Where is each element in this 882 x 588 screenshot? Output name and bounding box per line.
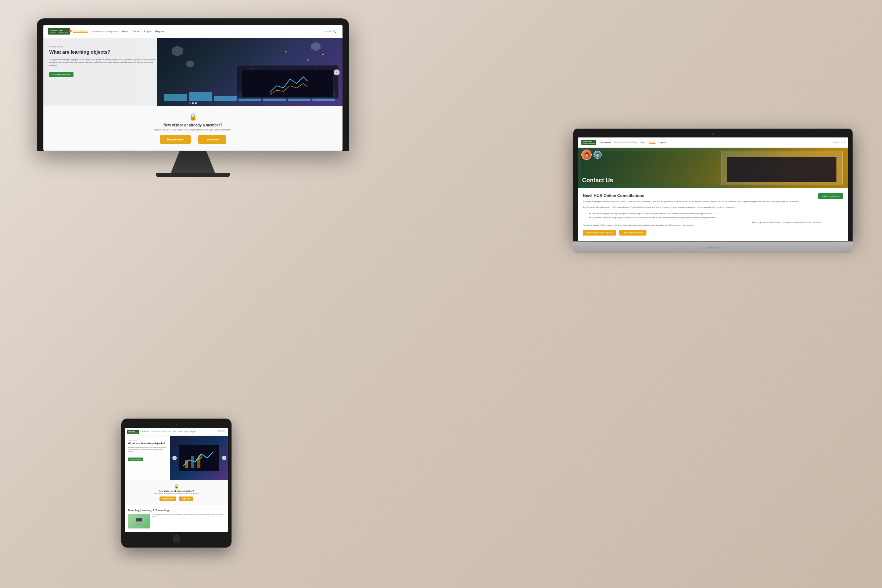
laptop-screen-in-hero	[242, 70, 333, 97]
desktop-hero: Feature Service What are learning object…	[44, 38, 342, 106]
register-here-btn[interactable]: Register here	[160, 135, 191, 144]
tablet-register-title: New visitor or already a member?	[129, 490, 224, 492]
login-here-btn[interactable]: Login here	[198, 135, 226, 144]
bar-2	[189, 92, 212, 101]
dot-1[interactable]	[189, 102, 191, 104]
desktop-logo: MANITOBA FLEXIBLE LEARNING HUB 🍁	[48, 28, 70, 34]
tablet-nav-resources[interactable]: Resources For Teaching Online	[151, 431, 171, 432]
service-buttons: Instructional Design Services Digital Me…	[583, 230, 748, 236]
desktop-register-section: 🔒 New visitor or already a member? Regis…	[44, 106, 342, 151]
laptop-in-hero	[237, 65, 339, 99]
bullet-2: • Our Digital Media Specialists will gui…	[583, 216, 843, 219]
tablet-register-btn[interactable]: Register here	[159, 496, 176, 501]
content-main: New! HUB Online Consultations Thinking o…	[583, 193, 818, 206]
laptop-nav-logout[interactable]: Log Out	[658, 141, 666, 144]
svg-rect-0	[185, 460, 188, 468]
laptop-nav-contact[interactable]: Contact	[649, 141, 656, 144]
hero-title: What are learning objects?	[49, 49, 157, 56]
point-2	[307, 59, 309, 61]
laptop-screen: MANITOBA FLEXIBLE LEARNING HUB Consultat…	[578, 138, 848, 241]
hero-dots	[189, 102, 197, 104]
monitor-stand	[171, 151, 215, 173]
tablet-teaching-section: Teaching, Learning, & Technology 🖥️ The …	[125, 506, 228, 532]
laptop-device: MANITOBA FLEXIBLE LEARNING HUB Consultat…	[573, 129, 853, 253]
svg-rect-1	[191, 456, 194, 468]
laptop-nav-resources[interactable]: Resources For Teaching Online	[614, 141, 637, 143]
hero-btn[interactable]: See some examples	[49, 72, 74, 77]
content-bottom-row: Click on the following PDFs to view our …	[583, 221, 843, 236]
tablet-hero: Feature Service What are learning object…	[125, 436, 228, 480]
logo-leaf-icon: 🍁	[68, 29, 72, 33]
nav-contact[interactable]: Contact	[132, 30, 141, 33]
search-icon[interactable]: 🔍	[333, 30, 336, 33]
point-4	[322, 54, 324, 55]
tablet-key-icon: 🔑	[195, 454, 203, 462]
contact-hero-background: 👩 👨	[578, 148, 848, 188]
tablet-search-icon[interactable]: 🔍	[223, 431, 224, 432]
ready-text: Ready to get started? Book a one-hour, o…	[752, 221, 843, 224]
teaching-img-icon: 🖥️	[135, 517, 143, 525]
tablet-home-button[interactable]	[173, 535, 180, 542]
tablet-outer: MANITOBA FLEXIBLE LEARNING HUB Consultat…	[121, 418, 231, 548]
nav-about[interactable]: About	[121, 30, 128, 33]
tablet-nav-contact[interactable]: Contact	[178, 431, 183, 432]
desktop-search[interactable]: Search 🔍	[322, 28, 338, 34]
tablet-nav-links: Consultations Resources For Teaching Onl…	[140, 431, 217, 432]
hero-next-arrow[interactable]: ›	[334, 69, 340, 75]
monitor-base	[156, 173, 230, 177]
book-btn-container: Book a consultation	[818, 193, 843, 199]
click-text: Click on the following PDFs to view our …	[583, 224, 748, 227]
tablet-login-btn[interactable]: Login here	[179, 496, 193, 501]
people-scene: 👩 👨	[581, 150, 602, 160]
tablet-hero-label: Feature Service	[128, 440, 167, 441]
tablet-hero-content: Feature Service What are learning object…	[125, 436, 170, 480]
design-services-btn[interactable]: Instructional Design Services	[583, 230, 616, 236]
tablet-hero-btn[interactable]: See some examples	[128, 458, 143, 461]
laptop-base: MacBook Pro	[573, 242, 853, 253]
nav-register[interactable]: Register	[155, 30, 165, 33]
lock-icon: 🔒	[50, 113, 336, 121]
desktop-nav-links: Consultations Resources For Teaching Onl…	[73, 30, 322, 33]
hub-title: New! HUB Online Consultations	[583, 193, 813, 198]
tablet-nav-login[interactable]: Log In	[184, 431, 189, 432]
book-consultation-btn[interactable]: Book a consultation	[818, 193, 843, 199]
bullet-icon-1: •	[586, 212, 586, 214]
tablet-nav-register[interactable]: Register	[190, 431, 195, 432]
click-text-area: Click on the following PDFs to view our …	[583, 221, 748, 236]
laptop-contact-hero: 👩 👨 Contact Us	[578, 148, 848, 188]
contact-hero-title: Contact Us	[582, 177, 613, 184]
teaching-img-placeholder: 🖥️	[128, 514, 150, 528]
tablet-teaching-content: 🖥️ The Manitoba Flexible Learning HUB is…	[128, 514, 225, 528]
laptop-search-icon[interactable]: 🔍	[841, 141, 843, 143]
desktop-hero-overlay: Feature Service What are learning object…	[44, 38, 163, 106]
laptop-nav-about[interactable]: About	[640, 141, 645, 144]
laptop-prop	[721, 151, 843, 185]
nav-consultations[interactable]: Consultations	[73, 30, 88, 33]
laptop-nav: MANITOBA FLEXIBLE LEARNING HUB Consultat…	[578, 138, 848, 148]
laptop-search[interactable]: Search 🔍	[834, 141, 844, 144]
tablet-screen: MANITOBA FLEXIBLE LEARNING HUB Consultat…	[125, 428, 228, 532]
tablet-nav-consultations[interactable]: Consultations	[140, 431, 149, 432]
person-1-avatar: 👩	[581, 150, 592, 160]
tablet-teaching-title: Teaching, Learning, & Technology	[128, 509, 225, 512]
laptop-nav-consultations[interactable]: Consultations	[599, 141, 611, 144]
tablet-register-section: 🔒 New visitor or already a member? Regis…	[125, 480, 228, 506]
tablet-next-arrow[interactable]: ›	[222, 456, 226, 460]
bar-1	[164, 94, 187, 101]
nav-resources[interactable]: Resources For Teaching Online	[92, 30, 118, 33]
tablet-nav-about[interactable]: About	[173, 431, 176, 432]
laptop-nav-links: Consultations Resources For Teaching Onl…	[599, 141, 834, 144]
media-services-btn[interactable]: Digital Media Services	[619, 230, 646, 236]
hex-decoration-1	[172, 46, 183, 57]
bullet-1: • Our Instructional Designers will help …	[583, 212, 843, 215]
tablet-prev-arrow[interactable]: ‹	[172, 456, 177, 460]
dot-2[interactable]	[192, 102, 194, 104]
tablet-teaching-image: 🖥️	[128, 514, 150, 528]
tablet-search[interactable]: Search 🔍	[217, 430, 226, 433]
chart-svg	[242, 70, 333, 97]
register-text: Register or login using the provided ema…	[50, 129, 336, 131]
hub-main-text: The Manitoba Flexible Learning HUB is he…	[583, 206, 843, 209]
person-2-avatar: 👨	[594, 151, 602, 159]
nav-login[interactable]: Log In	[144, 30, 152, 33]
dot-3[interactable]	[195, 102, 197, 104]
